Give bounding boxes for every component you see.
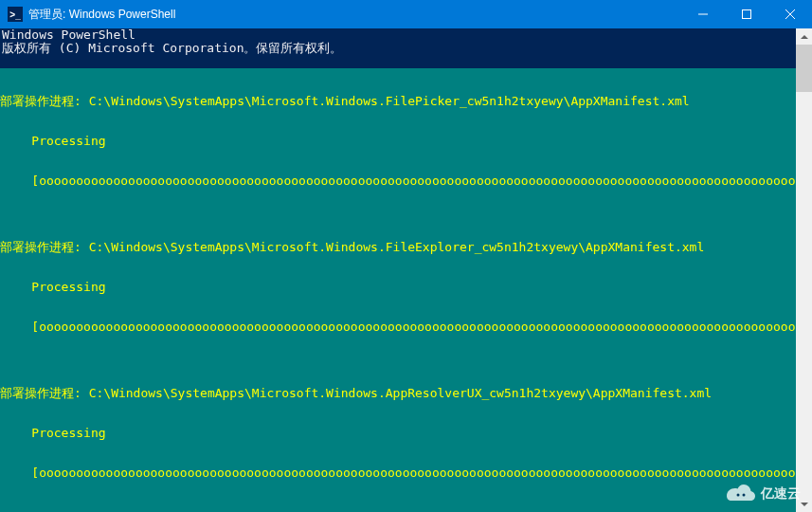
scrollbar-track[interactable] bbox=[796, 45, 812, 496]
vertical-scrollbar[interactable] bbox=[796, 28, 812, 512]
svg-point-4 bbox=[737, 494, 740, 497]
processing-text: Processing bbox=[0, 281, 796, 294]
processing-text: Processing bbox=[0, 135, 796, 148]
deploy-path: C:\Windows\SystemApps\Microsoft.Windows.… bbox=[89, 386, 712, 400]
cloud-icon bbox=[725, 484, 757, 504]
terminal-content[interactable]: Windows PowerShell 版权所有 (C) Microsoft Co… bbox=[0, 28, 796, 512]
window-title: 管理员: Windows PowerShell bbox=[28, 7, 681, 23]
processing-text: Processing bbox=[0, 427, 796, 440]
deploy-block-2: 部署操作进程: C:\Windows\SystemApps\Microsoft.… bbox=[0, 214, 796, 360]
scrollbar-thumb[interactable] bbox=[796, 45, 812, 92]
deploy-block-1: 部署操作进程: C:\Windows\SystemApps\Microsoft.… bbox=[0, 68, 796, 214]
window-titlebar: >_ 管理员: Windows PowerShell bbox=[0, 0, 812, 28]
watermark-text: 亿速云 bbox=[761, 485, 801, 503]
progress-bar: [ooooooooooooooooooooooooooooooooooooooo… bbox=[0, 466, 796, 480]
close-button[interactable] bbox=[768, 0, 812, 28]
progress-bar: [ooooooooooooooooooooooooooooooooooooooo… bbox=[0, 320, 796, 334]
ps-header-line1: Windows PowerShell bbox=[0, 28, 796, 42]
progress-bar: [ooooooooooooooooooooooooooooooooooooooo… bbox=[0, 174, 796, 188]
window-controls bbox=[681, 0, 812, 28]
scrollbar-up-button[interactable] bbox=[796, 28, 812, 45]
deploy-block-3: 部署操作进程: C:\Windows\SystemApps\Microsoft.… bbox=[0, 360, 796, 506]
blank-line bbox=[0, 55, 796, 68]
maximize-button[interactable] bbox=[725, 0, 768, 28]
svg-rect-1 bbox=[743, 10, 751, 19]
deploy-block-4: 部署操作进程: C:\Windows\SystemApps\Microsoft.… bbox=[0, 506, 796, 512]
deploy-label: 部署操作进程: bbox=[0, 94, 89, 108]
deploy-path: C:\Windows\SystemApps\Microsoft.Windows.… bbox=[89, 94, 690, 108]
powershell-icon: >_ bbox=[8, 7, 23, 22]
svg-point-5 bbox=[743, 494, 746, 497]
ps-header-line2: 版权所有 (C) Microsoft Corporation。保留所有权利。 bbox=[0, 42, 796, 55]
watermark: 亿速云 bbox=[725, 484, 801, 504]
deploy-path: C:\Windows\SystemApps\Microsoft.Windows.… bbox=[89, 240, 705, 254]
minimize-button[interactable] bbox=[681, 0, 725, 28]
deploy-label: 部署操作进程: bbox=[0, 240, 89, 254]
deploy-label: 部署操作进程: bbox=[0, 386, 89, 400]
